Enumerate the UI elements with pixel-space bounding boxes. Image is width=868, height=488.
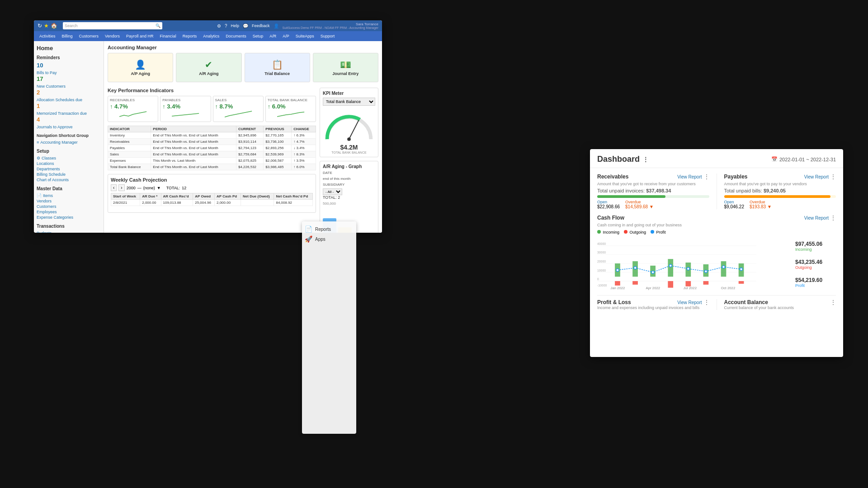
receivables-overdue-val: $14,589.68 ▼ [625,204,654,209]
reminder-link-memorized[interactable]: Memorized Transaction due [37,111,101,116]
tx-budgets[interactable]: Budgets [37,230,101,233]
nav-ap[interactable]: A/P [280,33,292,39]
bank-sparkline [268,110,314,119]
nav-vendors[interactable]: Vendors [102,33,123,39]
receivables-menu[interactable]: ⋮ [704,174,709,180]
pl-menu[interactable]: ⋮ [704,299,709,305]
nav-customers[interactable]: Customers [76,33,102,39]
table-row: Payables End of This Month vs. End of La… [108,145,316,151]
svg-text:10000: 10000 [597,269,606,272]
nav-ar[interactable]: A/R [267,33,279,39]
nav-payroll[interactable]: Payroll and HR [123,33,156,39]
help-label[interactable]: Help [231,23,240,28]
nav-shortcut-section: Navigation Shortcut Group ≡ Accounting M… [37,133,101,145]
md-employees[interactable]: Employees [37,209,101,215]
weekly-controls: ‹ › 2000 — (none) ▼ TOTAL: TOTAL: 12 12 [111,184,313,191]
ar-subsidiary-select[interactable]: - All - [323,188,342,195]
weekly-total: TOTAL: [166,186,180,190]
settings-icon[interactable]: ⚙ [217,23,221,28]
row-current: $2,759,684 [236,151,264,158]
kpi-dropdown[interactable]: Total Bank Balance [323,98,375,106]
help-icon[interactable]: ? [225,23,227,28]
nav-setup[interactable]: Setup [250,33,266,39]
dash-menu-icon[interactable]: ⋮ [642,156,649,163]
row-period[interactable]: End of This Month vs. End of Last Month [151,145,236,151]
reports-icon-item[interactable]: 📄 Reports [305,224,354,234]
row-period[interactable]: End of This Month vs. End of Last Month [151,164,236,170]
search-icon[interactable]: 🔍 [156,23,160,28]
receivables-amounts: Open $22,908.66 Overdue $14,589.68 ▼ [597,200,709,209]
setup-locations[interactable]: Locations [37,161,101,166]
ab-menu[interactable]: ⋮ [830,299,836,305]
accounting-manager-link[interactable]: ≡ Accounting Manager [37,140,101,145]
nav-analytics[interactable]: Analytics [200,33,222,39]
nav-documents[interactable]: Documents [223,33,249,39]
row-change: ↑ 8.3% [292,151,316,158]
table-row: Receivables End of This Month vs. End of… [108,139,316,145]
row-period[interactable]: This Month vs. Last Month [151,158,236,164]
reminder-link-allocation[interactable]: Allocation Schedules due [37,97,101,103]
calendar-icon: 📅 [771,156,778,162]
search-placeholder: Search [65,23,78,28]
receivables-open-val: $22,908.66 [597,204,620,209]
kpi-sales: SALES ↑ 8.7% [213,96,264,122]
nav-billing[interactable]: Billing [59,33,75,39]
setup-chart[interactable]: Chart of Accounts [37,177,101,183]
reminder-link-journals[interactable]: Journals to Approve [37,124,101,130]
nav-suiteapps[interactable]: SuiteApps [293,33,317,39]
payables-menu[interactable]: ⋮ [830,174,836,180]
svg-point-1 [347,137,351,141]
ar-subsidiary-label: SUBSIDIARY [323,183,344,187]
nav-activities[interactable]: Activities [37,33,58,39]
feedback-icon[interactable]: 💬 [243,23,248,28]
row-period[interactable]: End of This Month vs. End of Last Month [151,139,236,145]
kpi-payables-label: PAYABLES [162,98,208,102]
md-expense[interactable]: Expense Categories [37,215,101,220]
journal-entry-card[interactable]: 💵 Journal Entry [313,53,378,82]
period-arrow[interactable]: ▼ [157,186,161,190]
md-customers[interactable]: Customers [37,204,101,209]
period-value: — [137,186,142,190]
apps-icon-item[interactable]: 🚀 Dashboard Apps [305,234,354,244]
cash-flow-view-report[interactable]: View Report [804,216,829,221]
refresh-icon[interactable]: ↻ [38,23,42,29]
cash-flow-menu[interactable]: ⋮ [830,215,836,221]
svg-point-30 [634,267,637,269]
payables-title: Payables [724,174,748,180]
row-indicator: Expenses [108,158,151,164]
row-period[interactable]: End of This Month vs. End of Last Month [151,132,236,139]
nav-reports[interactable]: Reports [180,33,200,39]
col-current: CURRENT [236,126,264,132]
prev-week-btn[interactable]: ‹ [111,184,117,191]
ap-aging-card[interactable]: 👤 A/P Aging [108,53,173,82]
dash-title: Dashboard ⋮ [597,155,649,164]
next-week-btn[interactable]: › [118,184,124,191]
reports-doc-icon: 📄 [305,225,312,233]
receivables-view-report[interactable]: View Report [677,174,702,179]
nav-financial[interactable]: Financial [157,33,179,39]
setup-billing[interactable]: Billing Schedule [37,172,101,177]
row-previous: $2,539,969 [264,151,292,158]
setup-departments[interactable]: Departments [37,166,101,172]
setup-classes[interactable]: ⚙ Classes [37,155,101,161]
row-previous: $2,770,165 [264,132,292,139]
nav-support[interactable]: Support [318,33,338,39]
feedback-label[interactable]: Feedback [252,23,270,28]
row-period[interactable]: End of This Month vs. End of Last Month [151,151,236,158]
home-icon[interactable]: 🏠 [51,23,57,29]
wrow-week: 2/8/2021 [111,200,140,206]
md-vendors[interactable]: Vendors [37,198,101,204]
md-items[interactable]: 📄 Items [37,193,101,198]
ar-aging-card[interactable]: ✔ A/R Aging [176,53,241,82]
kpi-bank: TOTAL BANK BALANCE ↑ 6.0% [265,96,316,122]
weekly-total-display: 12 [182,186,186,190]
reminder-link-customers[interactable]: New Customers [37,84,101,89]
reminder-count-customers: 17 [37,75,43,82]
trial-balance-card[interactable]: 📋 Trial Balance [245,53,310,82]
reminder-link-bills[interactable]: Bills to Pay [37,70,101,75]
reminder-allocation: 2 [37,89,101,96]
ns-sidebar: Home Reminders 10 Bills to Pay 17 New Cu… [34,41,104,233]
star-icon[interactable]: ★ [44,23,49,29]
pl-view-report[interactable]: View Report [677,299,702,305]
payables-view-report[interactable]: View Report [804,174,829,179]
